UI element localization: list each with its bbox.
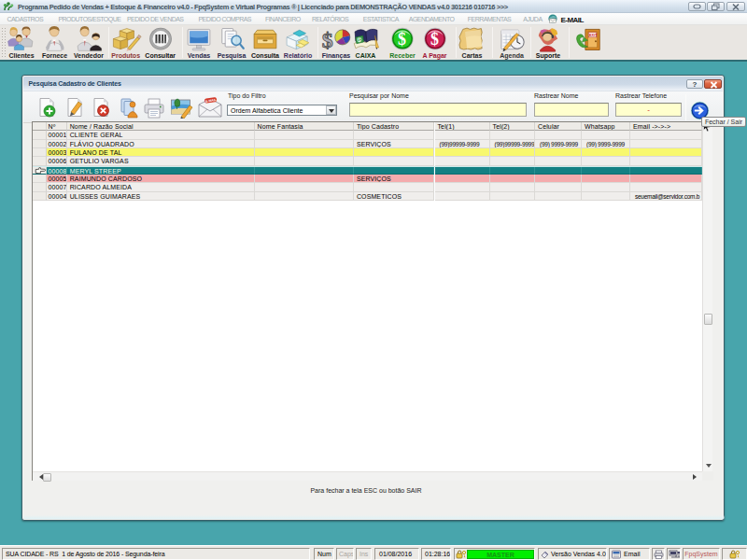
svg-text:$: $ [430, 30, 438, 49]
svg-text:EXIT: EXIT [589, 33, 598, 37]
svg-text:$: $ [322, 28, 333, 52]
svg-text:$: $ [358, 37, 360, 43]
svg-text:$: $ [398, 30, 406, 49]
